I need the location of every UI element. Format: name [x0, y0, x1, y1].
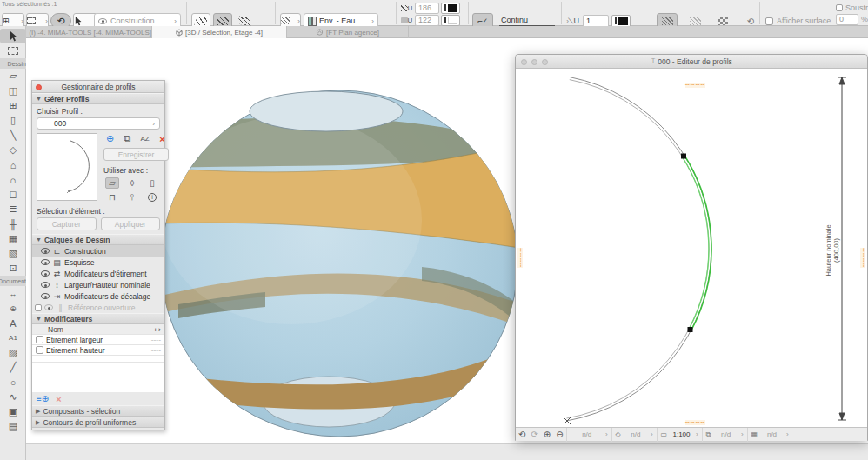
- modifier-checkbox[interactable]: [36, 346, 43, 354]
- use-with-handrail-icon[interactable]: ⊓: [105, 191, 119, 203]
- editor-canvas[interactable]: Hauteur nominale (400,00) ╌╌╌╌ ╌╌╌╌ ╌╌╌╌…: [516, 69, 867, 427]
- tab-plan[interactable]: (I) -4. MIMA-TOOLS [-4. MIMA-TOOLS]: [26, 26, 152, 38]
- eye-icon[interactable]: [44, 304, 53, 310]
- text-tool[interactable]: A: [0, 316, 26, 330]
- delete-profile-icon[interactable]: ×: [156, 133, 169, 144]
- morph-tool[interactable]: ◻: [0, 187, 26, 202]
- eye-icon[interactable]: [41, 282, 50, 288]
- pen-fg-swatch[interactable]: [441, 3, 460, 14]
- calque-row-esquisse[interactable]: ▤Esquisse: [32, 257, 164, 268]
- modifier-row-hauteur[interactable]: Etirement hauteur----: [32, 345, 164, 356]
- calque-row-reference-ouverture[interactable]: ∥Référence ouverture: [32, 302, 164, 313]
- add-modifier-icon[interactable]: ≡⊕: [37, 394, 49, 403]
- stretch-marker-right[interactable]: ╌╌╌╌: [860, 248, 865, 268]
- appliquer-button[interactable]: Appliquer: [101, 217, 161, 230]
- use-with-wall-icon[interactable]: ▱: [105, 177, 119, 189]
- close-icon[interactable]: [521, 59, 527, 65]
- status-combo-1[interactable]: n/d›: [566, 428, 611, 442]
- eye-icon[interactable]: [41, 293, 50, 299]
- circle-tool[interactable]: ○: [0, 375, 26, 390]
- zone-tool[interactable]: ▧: [0, 246, 26, 261]
- window-tool[interactable]: ⊞: [0, 98, 26, 113]
- profile-drawing[interactable]: [516, 69, 867, 427]
- railing-tool[interactable]: ╫: [0, 217, 26, 231]
- new-profile-icon[interactable]: ⊕: [103, 133, 117, 144]
- status-combo-3[interactable]: ⧉n/d›: [702, 428, 747, 442]
- object-tool[interactable]: ⊡: [0, 261, 26, 276]
- mesh-tool[interactable]: ▦: [0, 231, 26, 246]
- calque-row-construction[interactable]: ⊏Construction: [32, 245, 164, 257]
- soustraction-checkbox[interactable]: [836, 4, 843, 11]
- duplicate-profile-icon[interactable]: ⧉: [121, 133, 134, 144]
- section-gerer-profils[interactable]: ▼Gérer Profils: [32, 93, 164, 104]
- undo-icon[interactable]: ⟲: [516, 430, 528, 439]
- roof-tool[interactable]: ⌂: [0, 157, 26, 172]
- soustraction-field[interactable]: 0: [836, 14, 858, 25]
- calque-row-etirement[interactable]: ⇄Modificateurs d'étirement: [32, 268, 164, 279]
- fill-tool[interactable]: ▨: [0, 345, 26, 360]
- use-with-column-icon[interactable]: ▯: [145, 177, 159, 189]
- section-composants[interactable]: ▶Composants - sélection: [32, 405, 164, 417]
- column-tool[interactable]: ▯: [0, 113, 26, 128]
- label-tool[interactable]: A1: [0, 330, 26, 345]
- tab-3d-selection[interactable]: [3D / Sélection, Etage -4]: [152, 26, 287, 38]
- pen-fg-field[interactable]: 186: [415, 3, 439, 14]
- arc-node-bottom[interactable]: [688, 327, 693, 332]
- stretch-marker-left[interactable]: ╌╌╌╌: [517, 248, 523, 268]
- door-tool[interactable]: ◫: [0, 83, 26, 98]
- marquee-tool[interactable]: [0, 43, 26, 58]
- zoom-in-icon[interactable]: ⊕: [541, 430, 553, 439]
- spline-tool[interactable]: ∿: [0, 390, 26, 404]
- slab-tool[interactable]: ◇: [0, 143, 26, 157]
- radial-dimension-tool[interactable]: ⊕: [0, 301, 26, 316]
- editor-titlebar[interactable]: ⌶ 000 - Editeur de profils: [516, 55, 867, 69]
- line-tool[interactable]: ╱: [0, 360, 26, 375]
- tab-ft-plan-agence[interactable]: [FT Plan agence]: [287, 26, 409, 38]
- dimension-tool[interactable]: ↔: [0, 286, 26, 301]
- delete-modifier-icon[interactable]: ×: [56, 394, 61, 404]
- calque-row-decalage[interactable]: ⇥Modificateurs de décalage: [32, 290, 164, 302]
- shell-tool[interactable]: ∩: [0, 172, 26, 187]
- eye-icon[interactable]: [41, 270, 50, 277]
- beam-tool[interactable]: ╲: [0, 128, 26, 143]
- eye-icon[interactable]: [41, 248, 50, 254]
- modifier-row-largeur[interactable]: Etirement largeur----: [32, 335, 164, 345]
- drawing-tool[interactable]: ▤: [0, 419, 26, 434]
- enregistrer-button[interactable]: Enregistrer: [103, 148, 169, 161]
- capturer-button[interactable]: Capturer: [37, 217, 97, 230]
- stretch-marker-top[interactable]: ╌╌╌╌: [685, 83, 705, 88]
- status-combo-2[interactable]: ◇n/d›: [611, 428, 657, 442]
- profile-editor-window[interactable]: ⌶ 000 - Editeur de profils: [515, 54, 868, 441]
- stair-tool[interactable]: ≣: [0, 202, 26, 217]
- afficher-surface-checkbox[interactable]: [765, 17, 773, 25]
- arrow-select-tool[interactable]: [0, 29, 26, 43]
- zoom-out-icon[interactable]: ⊖: [553, 430, 565, 439]
- calque-row-largeur-hauteur[interactable]: ↕Largeur/Hauteur nominale: [32, 279, 164, 290]
- image-tool[interactable]: ▣: [0, 404, 26, 419]
- reference-checkbox[interactable]: [35, 304, 42, 311]
- sphere-model[interactable]: [161, 90, 519, 439]
- redo-icon[interactable]: ⟳: [528, 430, 540, 439]
- profile-combo[interactable]: 000›: [37, 117, 160, 130]
- pen-bg-field[interactable]: 122: [415, 15, 439, 26]
- selected-arc-segment[interactable]: [684, 156, 711, 330]
- status-combo-4[interactable]: ▦n/d›: [747, 428, 792, 442]
- scale-combo[interactable]: ▭1:100›: [657, 428, 702, 442]
- modifier-checkbox[interactable]: [36, 336, 43, 343]
- info-icon[interactable]: i: [145, 191, 159, 203]
- pen-bg-swatch[interactable]: [441, 15, 460, 26]
- eye-icon[interactable]: [41, 259, 50, 265]
- stretch-marker-bottom[interactable]: ╌╌╌╌: [685, 420, 705, 425]
- arc-node-top[interactable]: [681, 154, 686, 159]
- use-with-beam-icon[interactable]: ◊: [125, 177, 139, 189]
- section-contours[interactable]: ▶Contours de profil uniformes: [32, 417, 164, 428]
- zoom-icon[interactable]: [542, 59, 548, 65]
- close-icon[interactable]: [36, 84, 42, 90]
- section-modificateurs[interactable]: ▼Modificateurs: [32, 313, 164, 324]
- rename-profile-icon[interactable]: AZ: [138, 133, 151, 144]
- section-calques[interactable]: ▼Calques de Dessin: [32, 234, 164, 245]
- use-with-other-icon[interactable]: ⫯: [125, 191, 139, 203]
- panel-titlebar[interactable]: Gestionnaire de profils: [32, 81, 164, 93]
- wall-tool[interactable]: ▱: [0, 69, 26, 83]
- minimize-icon[interactable]: [531, 59, 537, 65]
